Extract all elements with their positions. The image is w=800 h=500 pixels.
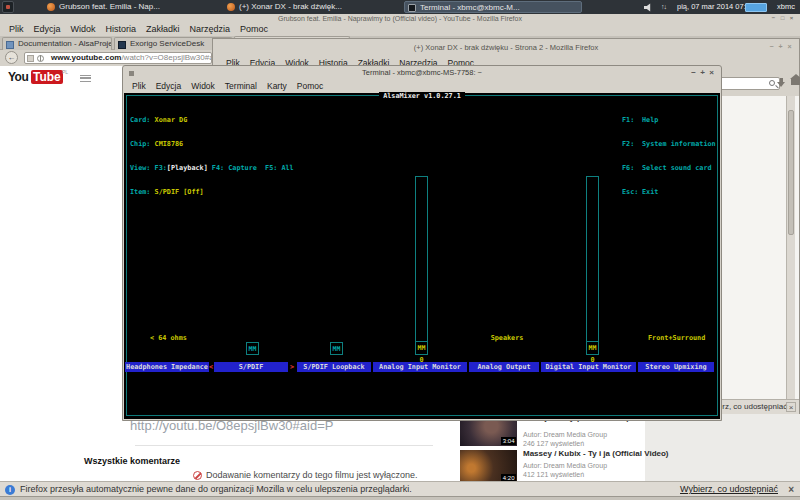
page-scrollbar[interactable]	[786, 96, 795, 399]
alsamixer-screen: AlsaMixer v1.0.27.1 Card: Xonar DG Chip:…	[124, 93, 720, 419]
item-label: Item:	[130, 188, 150, 196]
maximize-button[interactable]: +	[776, 43, 785, 50]
maximize-button[interactable]: □	[778, 14, 787, 23]
taskbar-window-grubson[interactable]: Grubson feat. Emilia - Nap...	[44, 1, 222, 13]
view-label: View:	[130, 164, 150, 172]
window-titlebar[interactable]: (+) Xonar DX - brak dźwięku - Strona 2 -…	[213, 39, 799, 57]
window-title: Terminal - xbmc@xbmc-MS-7758: ~	[362, 68, 482, 77]
help-key: F6:	[622, 164, 642, 172]
alsamixer-header: Card: Xonar DG Chip: CMI8786 View: F3:[P…	[130, 100, 294, 212]
window-titlebar[interactable]: Grubson feat. Emilia - Naprawimy to (Off…	[0, 14, 800, 23]
launcher-dot-icon	[6, 5, 10, 9]
close-button[interactable]: ×	[787, 14, 796, 23]
url-path: /watch?v=O8epsjlBw30#aid=P_erl	[121, 53, 212, 62]
video-views: 246 127 wyświetleń	[523, 440, 584, 447]
choose-sharing-button[interactable]: Wybierz, co udostępniać	[680, 482, 778, 497]
minimize-button[interactable]: −	[689, 66, 698, 80]
channel-digital-input-monitor[interactable]: Digital Input Monitor	[541, 362, 636, 372]
tab-close-icon[interactable]: ×	[103, 38, 108, 50]
help-value: Help	[642, 116, 658, 124]
card-label: Card:	[130, 116, 150, 124]
close-button[interactable]: ×	[707, 66, 716, 80]
help-key: F1:	[622, 116, 642, 124]
youtube-region-label: PL	[62, 69, 68, 75]
info-icon: i	[5, 485, 15, 495]
taskbar-window-terminal[interactable]: Terminal - xbmc@xbmc-M...	[404, 1, 582, 13]
taskbar-window-xonar[interactable]: (+) Xonar DX - brak dźwięk...	[224, 1, 402, 13]
window-controls: −+×	[767, 43, 794, 50]
channel-stereo-upmixing[interactable]: Stereo Upmixing	[638, 362, 714, 372]
channel-spdif-loopback[interactable]: S/PDIF Loopback	[297, 362, 371, 372]
workspace-pager[interactable]	[745, 3, 767, 12]
mute-indicator-spdif-loopback[interactable]: MM	[330, 342, 343, 355]
downloads-icon[interactable]	[776, 78, 787, 89]
channel-analog-input-monitor[interactable]: Analog Input Monitor	[373, 362, 467, 372]
terminal-icon	[408, 4, 416, 12]
menu-edycja[interactable]: Edycja	[29, 23, 66, 36]
minimize-button[interactable]: −	[769, 14, 778, 23]
view-playback: [Playback]	[167, 164, 208, 172]
mute-indicator-analog-input-monitor[interactable]: MM	[415, 341, 428, 355]
search-icon	[769, 80, 775, 86]
page-favicon-icon	[6, 41, 14, 49]
notification-close-icon[interactable]: ×	[788, 482, 794, 497]
video-author: Autor: Dream Media Group	[523, 462, 607, 469]
minimize-button[interactable]: −	[767, 43, 776, 50]
youtube-logo-tube[interactable]: Tube	[31, 70, 63, 84]
close-button[interactable]: ×	[785, 43, 794, 50]
scrollbar-thumb[interactable]	[788, 110, 794, 235]
network-icon[interactable]: ↑↓	[661, 1, 666, 13]
comments-disabled-icon	[193, 471, 202, 480]
guide-menu-icon[interactable]	[80, 75, 91, 82]
window-titlebar[interactable]: Terminal - xbmc@xbmc-MS-7758: ~	[123, 66, 721, 80]
window-controls: −+×	[689, 66, 716, 80]
notification-text: Firefox przesyła automatycznie pewne dan…	[20, 482, 412, 497]
help-value: Exit	[642, 188, 658, 196]
chip-value: CMI8786	[155, 140, 184, 148]
firefox-icon	[47, 3, 55, 11]
video-author: Autor: Dream Media Group	[523, 431, 607, 438]
tab-documentation-alsaproject[interactable]: Documentation - AlsaProject ×	[2, 37, 112, 50]
home-icon[interactable]	[791, 79, 800, 85]
menu-pomoc[interactable]: Pomoc	[235, 23, 273, 36]
volume-icon[interactable]	[644, 3, 654, 12]
menu-widok[interactable]: Widok	[66, 23, 101, 36]
menu-plik[interactable]: Plik	[4, 23, 29, 36]
alsamixer-title: AlsaMixer v1.0.27.1	[127, 92, 717, 100]
channel-headphones-impedance[interactable]: Headphones Impedance	[125, 362, 209, 372]
search-input[interactable]	[718, 77, 780, 90]
firefox-icon	[227, 3, 235, 11]
notification-text: ierz, co udostępniać	[716, 400, 787, 414]
channel-analog-output[interactable]: Analog Output	[469, 362, 539, 372]
taskbar: Grubson feat. Emilia - Nap... (+) Xonar …	[0, 0, 800, 14]
session-user-label[interactable]: xbmc	[777, 1, 795, 13]
telemetry-notification-bar: i Firefox przesyła automatycznie pewne d…	[0, 481, 800, 497]
app-launcher-icon[interactable]	[2, 1, 14, 13]
menu-narzedzia[interactable]: Narzędzia	[185, 23, 236, 36]
volume-bar-analog-input-monitor[interactable]	[415, 176, 428, 341]
page-favicon-icon	[118, 41, 126, 49]
tab-label: Documentation - AlsaProject	[18, 39, 112, 48]
channel-spdif-selected[interactable]: S/PDIF	[214, 362, 288, 372]
window-title: Grubson feat. Emilia - Naprawimy to (Off…	[278, 15, 522, 22]
selection-right-arrow: >	[289, 362, 295, 372]
mute-indicator-spdif[interactable]: MM	[246, 342, 259, 355]
notification-close-icon[interactable]: ×	[786, 402, 796, 412]
chip-label: Chip:	[130, 140, 150, 148]
back-button[interactable]: ←	[5, 51, 18, 64]
view-rest: F4: Capture F5: All	[208, 164, 294, 172]
menu-historia[interactable]: Historia	[101, 23, 142, 36]
video-title-link[interactable]: Massey / Kubix - Ty i ja (Official Video…	[523, 449, 673, 458]
terminal-window-icon	[129, 71, 134, 76]
url-bar[interactable]: www.youtube.com/watch?v=O8epsjlBw30#aid=…	[24, 52, 212, 64]
maximize-button[interactable]: +	[698, 66, 707, 80]
clock[interactable]: pią, 07 mar 2014 07:15	[677, 1, 754, 13]
video-thumbnail[interactable]: 4:20	[460, 450, 517, 483]
url-domain: www.youtube.com	[51, 53, 121, 62]
menu-zakladki[interactable]: Zakładki	[141, 23, 185, 36]
site-identity-icon[interactable]	[27, 55, 34, 62]
youtube-logo[interactable]: You	[8, 70, 28, 84]
volume-bar-digital-input-monitor[interactable]	[586, 176, 599, 341]
sidebar-background	[645, 414, 800, 481]
mute-indicator-digital-input-monitor[interactable]: MM	[586, 341, 599, 355]
